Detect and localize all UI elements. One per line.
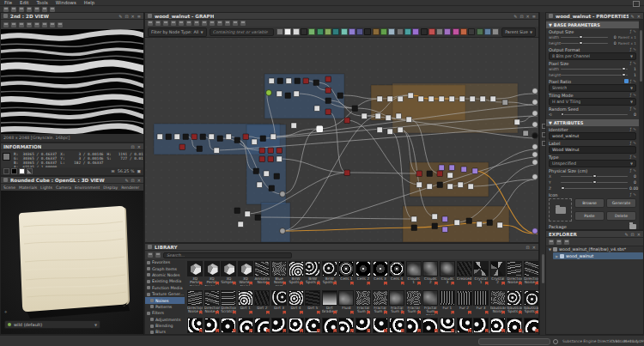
library-item-fractal-sum-4[interactable]: Fractal Sum 4 xyxy=(406,290,422,315)
close-icon[interactable]: ✕ xyxy=(637,14,641,19)
slider-handle[interactable] xyxy=(622,73,626,77)
menu-windows[interactable]: Windows xyxy=(56,0,76,6)
3d-menu-materials[interactable]: Materials xyxy=(19,185,37,190)
3d-viewport[interactable]: ⌖ wild (default) ▼ xyxy=(1,191,143,334)
library-category-patterns[interactable]: Patterns xyxy=(145,304,185,310)
explorer-filter-icon[interactable] xyxy=(564,240,569,245)
graph-node[interactable] xyxy=(437,171,443,177)
param-function-icons[interactable]: ƒ✎ xyxy=(630,192,636,197)
library-item-gaussian-spots-1[interactable]: Gaussian Spots 1 xyxy=(507,290,522,315)
slider-handle[interactable] xyxy=(561,186,565,191)
node-preset-5[interactable] xyxy=(308,28,315,35)
background-swatch-white[interactable] xyxy=(19,168,25,174)
graph-node[interactable] xyxy=(447,173,453,179)
library-item-bnw-spots-3[interactable]: BnW Spots 3 xyxy=(322,261,337,286)
save-all-icon[interactable] xyxy=(27,7,32,12)
panel-menu-icon[interactable]: ≡ xyxy=(137,14,141,19)
graph-node[interactable] xyxy=(461,167,467,173)
divider-right[interactable] xyxy=(538,12,539,335)
slider-handle[interactable] xyxy=(622,67,626,71)
graph-node[interactable] xyxy=(344,118,350,124)
library-item-cells-1[interactable]: Cells 1 xyxy=(338,261,354,286)
float-icon[interactable]: ⊡ xyxy=(125,14,128,19)
material-selector[interactable]: wild (default) ▼ xyxy=(4,320,100,329)
node-preset-4[interactable] xyxy=(301,28,307,35)
library-item-fluid[interactable]: Fluid xyxy=(338,290,354,315)
graph-node[interactable] xyxy=(437,182,443,188)
graph-node[interactable] xyxy=(458,182,464,188)
background-swatch-black[interactable] xyxy=(11,168,17,174)
slider-handle[interactable] xyxy=(592,174,597,179)
graph-node[interactable] xyxy=(459,96,465,102)
slider-track[interactable] xyxy=(561,69,628,70)
node-preset-24[interactable] xyxy=(460,28,467,35)
library-category-function-media[interactable]: Function Media xyxy=(145,285,185,291)
explorer-graph-row[interactable]: ▶ wood_walnut xyxy=(553,252,643,259)
graph-node[interactable] xyxy=(285,93,291,99)
graph-settings-icon[interactable] xyxy=(240,21,246,26)
3d-menu-environment[interactable]: Environment xyxy=(75,185,100,190)
graph-node[interactable] xyxy=(325,76,331,82)
graph-fit-view-icon[interactable] xyxy=(217,21,222,26)
library-item[interactable] xyxy=(406,318,422,333)
2d-texture-preview[interactable] xyxy=(1,29,143,134)
fit-view-icon[interactable]: ⊞ xyxy=(112,169,115,173)
param-function-icons[interactable]: ƒ✎ xyxy=(630,155,636,159)
library-item[interactable] xyxy=(338,318,354,333)
graph-node[interactable] xyxy=(439,165,445,171)
graph-node[interactable] xyxy=(411,216,417,222)
graph-node[interactable] xyxy=(280,228,286,234)
graph-node[interactable] xyxy=(269,185,275,191)
graph-node[interactable] xyxy=(514,119,520,125)
node-preset-12[interactable] xyxy=(364,28,371,35)
node-preset-28[interactable] xyxy=(492,28,499,35)
close-icon[interactable]: ✕ xyxy=(137,144,141,149)
section-base-parameters[interactable]: ▼BASE PARAMETERS xyxy=(546,21,639,28)
float-icon[interactable]: ⊡ xyxy=(519,14,523,19)
graph-node[interactable] xyxy=(295,78,301,84)
graph-node[interactable] xyxy=(439,96,445,102)
float-icon[interactable]: ⊡ xyxy=(631,232,635,237)
node-preset-26[interactable] xyxy=(477,28,483,35)
graph-node[interactable] xyxy=(268,156,274,162)
graph-pan-icon[interactable] xyxy=(155,21,161,26)
graph-node[interactable] xyxy=(398,127,404,133)
2d-compare-icon[interactable] xyxy=(50,22,55,27)
graph-size-mode[interactable]: Parent Size ▼ xyxy=(501,27,536,37)
library-item-fur-2[interactable]: Fur 2 xyxy=(457,290,472,315)
node-preset-20[interactable] xyxy=(428,28,435,35)
graph-header[interactable]: wood_walnut - GRAPH ✎ ⊡ ✕ ≡ xyxy=(145,13,538,20)
library-item[interactable] xyxy=(389,318,404,333)
param-function-icons[interactable]: ƒ✎ xyxy=(630,29,636,33)
graph-node[interactable] xyxy=(361,113,368,119)
graph-node[interactable] xyxy=(264,171,270,177)
param-function-icons[interactable]: ƒ✎ xyxy=(630,168,636,173)
graph-node[interactable] xyxy=(377,96,383,102)
graph-node[interactable] xyxy=(408,93,414,99)
library-item-dirt-3[interactable]: Dirt 3 xyxy=(271,290,287,315)
graph-node[interactable] xyxy=(449,165,455,171)
library-item-cells-2[interactable]: Cells 2 xyxy=(355,261,371,286)
library-item-anisotropic-noise[interactable]: Anisotropic Noise xyxy=(254,261,270,286)
graph-node[interactable] xyxy=(480,96,486,102)
library-item[interactable] xyxy=(187,318,203,333)
node-preset-7[interactable] xyxy=(325,28,331,35)
slider-track[interactable] xyxy=(561,182,628,184)
graph-node[interactable] xyxy=(387,96,393,102)
graph-node[interactable] xyxy=(276,148,283,154)
graph-node[interactable] xyxy=(497,222,503,228)
3d-view-header[interactable]: Rounded Cube : OpenGL : 3D VIEW ✎ ⊡ ✕ xyxy=(1,177,143,184)
graph-align-icon[interactable] xyxy=(210,21,215,26)
graph-comment-icon[interactable] xyxy=(171,21,176,26)
graph-node[interactable] xyxy=(411,225,417,231)
graph-node[interactable] xyxy=(325,88,331,94)
library-item-fractal-sum-3[interactable]: Fractal Sum 3 xyxy=(389,290,404,315)
graph-output-node[interactable] xyxy=(532,122,538,128)
graph-node[interactable] xyxy=(226,134,232,140)
slider-track[interactable] xyxy=(561,114,628,116)
dropdown-h-and-v-tiling[interactable]: H and V Tiling▼ xyxy=(549,98,636,106)
graph-node[interactable] xyxy=(490,96,496,102)
library-item[interactable] xyxy=(204,318,220,333)
graph-node[interactable] xyxy=(245,211,251,217)
graph-node[interactable] xyxy=(432,214,438,220)
